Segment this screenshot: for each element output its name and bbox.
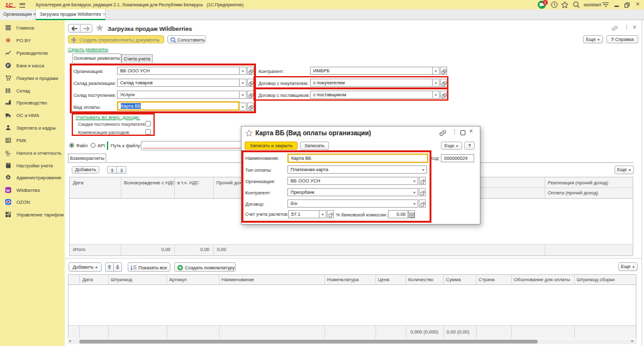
svg-text:Ав: Ав bbox=[5, 150, 9, 153]
svg-text:W: W bbox=[6, 188, 10, 193]
svg-text:10: 10 bbox=[6, 153, 10, 156]
